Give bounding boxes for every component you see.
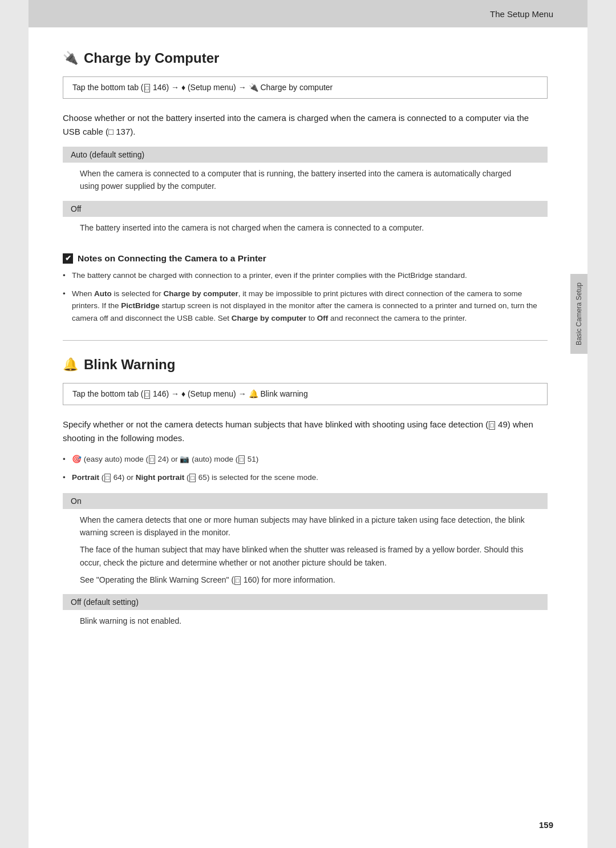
main-content: 🔌 Charge by Computer Tap the bottom tab …	[29, 27, 587, 659]
note-checkbox-icon: ✔	[63, 253, 73, 264]
sidebar-tab-label: Basic Camera Setup	[575, 282, 583, 345]
section1-option-off-content: The battery inserted into the camera is …	[63, 217, 548, 242]
right-sidebar-tab: Basic Camera Setup	[570, 274, 587, 354]
section1-note: ✔ Notes on Connecting the Camera to a Pr…	[63, 253, 548, 324]
section-divider	[63, 340, 548, 341]
section1-nav-text: Tap the bottom tab (□ 146) → ♦ (Setup me…	[72, 83, 333, 92]
page-header-title: The Setup Menu	[490, 9, 553, 19]
section2-nav-box: Tap the bottom tab (□ 146) → ♦ (Setup me…	[63, 383, 548, 405]
page: The Setup Menu Basic Camera Setup 🔌 Char…	[29, 0, 587, 848]
section2-option-on-content: When the camera detects that one or more…	[63, 509, 548, 595]
section2-heading: 🔔 Blink Warning	[63, 357, 548, 373]
note-bullet-2: When Auto is selected for Charge by comp…	[63, 288, 548, 325]
section2-option-off-content: Blink warning is not enabled.	[63, 610, 548, 635]
note-bullet-1: The battery cannot be charged with conne…	[63, 269, 548, 282]
section1-note-bullets: The battery cannot be charged with conne…	[63, 269, 548, 324]
section1-nav-box: Tap the bottom tab (□ 146) → ♦ (Setup me…	[63, 76, 548, 99]
section2-mode-bullet-1: 🎯 (easy auto) mode (□ 24) or 📷 (auto) mo…	[63, 453, 548, 466]
section1-option-auto-label: Auto (default setting)	[63, 147, 548, 163]
section1-option-auto-content: When the camera is connected to a comput…	[63, 163, 548, 201]
section1-option-off-label: Off	[63, 201, 548, 217]
section2-description: Specify whether or not the camera detect…	[63, 418, 548, 445]
charge-computer-icon: 🔌	[63, 51, 78, 66]
section2-nav-text: Tap the bottom tab (□ 146) → ♦ (Setup me…	[72, 389, 308, 398]
section2-option-off-label: Off (default setting)	[63, 594, 548, 610]
section1-note-heading: ✔ Notes on Connecting the Camera to a Pr…	[63, 253, 548, 264]
section1-description: Choose whether or not the battery insert…	[63, 111, 548, 139]
section1-title: Charge by Computer	[84, 50, 219, 66]
section2-option-on-label: On	[63, 493, 548, 509]
section2-mode-bullet-2: Portrait (□ 64) or Night portrait (□ 65)…	[63, 471, 548, 484]
section1-heading: 🔌 Charge by Computer	[63, 50, 548, 66]
page-number: 159	[539, 820, 553, 830]
blink-warning-icon: 🔔	[63, 357, 78, 372]
section2-title: Blink Warning	[84, 357, 175, 373]
section2-mode-bullets: 🎯 (easy auto) mode (□ 24) or 📷 (auto) mo…	[63, 453, 548, 483]
top-bar: The Setup Menu	[29, 0, 587, 27]
